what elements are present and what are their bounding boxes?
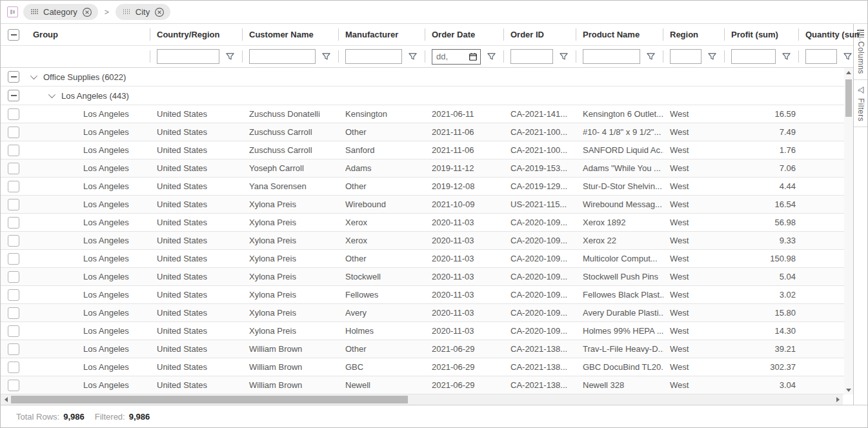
column-header-customer[interactable]: Customer Name: [243, 24, 339, 45]
row-checkbox[interactable]: [8, 145, 19, 156]
cell-orderId: US-2021-115...: [504, 196, 576, 213]
filter-input-profit[interactable]: [731, 49, 776, 64]
group-collapse-checkbox[interactable]: [8, 90, 19, 101]
drag-handle-icon[interactable]: [31, 9, 39, 15]
column-header-group[interactable]: Group: [26, 24, 150, 45]
cell-region: West: [663, 340, 725, 358]
cell-profit: 1.76: [725, 141, 799, 159]
scroll-right-icon[interactable]: [833, 397, 843, 402]
row-checkbox[interactable]: [8, 343, 19, 355]
table-row[interactable]: Los AngelesUnited StatesXylona PreisStoc…: [1, 268, 853, 286]
table-row[interactable]: Los AngelesUnited StatesZuschuss Carroll…: [1, 123, 853, 141]
table-row[interactable]: Los AngelesUnited StatesWilliam BrownNew…: [1, 376, 853, 394]
group-chip-city[interactable]: City: [116, 4, 170, 20]
cell-productName: Kensington 6 Outlet...: [576, 105, 663, 123]
filter-date-input-orderDate[interactable]: [432, 49, 481, 65]
horizontal-scroll-thumb[interactable]: [11, 396, 408, 403]
column-header-country[interactable]: Country/Region: [150, 24, 243, 45]
filtered-rows-value: 9,986: [129, 412, 150, 422]
cell-profit: 4.44: [725, 178, 799, 195]
row-checkbox[interactable]: [8, 163, 19, 174]
table-row[interactable]: Los AngelesUnited StatesWilliam BrownOth…: [1, 340, 853, 358]
row-checkbox[interactable]: [8, 181, 19, 192]
cell-group: Los Angeles: [26, 304, 150, 321]
table-row[interactable]: Los AngelesUnited StatesZuschuss Carroll…: [1, 141, 853, 159]
column-header-productName[interactable]: Product Name: [576, 24, 663, 45]
remove-group-icon[interactable]: [154, 7, 165, 17]
row-checkbox[interactable]: [8, 289, 19, 301]
collapse-all-checkbox[interactable]: [8, 29, 19, 41]
row-checkbox[interactable]: [8, 271, 19, 283]
table-row[interactable]: Los AngelesUnited StatesWilliam BrownGBC…: [1, 358, 853, 376]
filter-funnel-icon[interactable]: [707, 52, 717, 61]
cell-customer: Xylona Preis: [243, 214, 339, 231]
vertical-scrollbar[interactable]: [844, 68, 853, 394]
column-header-label: Quantity (sum): [805, 30, 860, 39]
table-row[interactable]: Los AngelesUnited StatesXylona PreisHolm…: [1, 322, 853, 340]
cell-region: West: [663, 196, 725, 213]
column-header-orderDate[interactable]: Order Date: [425, 24, 504, 45]
filter-input-productName[interactable]: [583, 49, 640, 64]
cell-productName: Stockwell Push Pins: [576, 268, 663, 285]
data-grid: GroupCountry/RegionCustomer NameManufact…: [1, 24, 853, 405]
table-row[interactable]: Los AngelesUnited StatesXylona PreisAver…: [1, 304, 853, 322]
cell-group: Los Angeles: [26, 358, 150, 376]
total-rows-label: Total Rows:: [16, 412, 59, 422]
scroll-up-icon[interactable]: [846, 68, 851, 77]
group-chip-category[interactable]: Category: [23, 4, 98, 20]
horizontal-scrollbar[interactable]: [1, 394, 853, 405]
row-checkbox[interactable]: [8, 199, 19, 210]
column-header-orderId[interactable]: Order ID: [504, 24, 576, 45]
filter-funnel-icon[interactable]: [321, 52, 331, 61]
filter-funnel-icon[interactable]: [559, 52, 569, 61]
filter-funnel-icon[interactable]: [782, 52, 791, 61]
filter-input-customer[interactable]: [249, 49, 316, 64]
cell-region: West: [663, 358, 725, 376]
row-checkbox[interactable]: [8, 307, 19, 319]
row-checkbox[interactable]: [8, 380, 19, 391]
group-row[interactable]: Office Supplies (6022): [1, 68, 853, 87]
table-row[interactable]: Los AngelesUnited StatesXylona PreisFell…: [1, 286, 853, 304]
group-row[interactable]: Los Angeles (443): [1, 87, 853, 105]
filter-input-country[interactable]: [157, 49, 219, 64]
tab-filters[interactable]: Filters: [854, 80, 867, 127]
filter-input-manufacturer[interactable]: [345, 49, 402, 64]
column-header-quantity[interactable]: Quantity (sum): [799, 24, 860, 45]
row-checkbox[interactable]: [8, 108, 19, 120]
table-row[interactable]: Los AngelesUnited StatesXylona PreisWire…: [1, 196, 853, 214]
table-row[interactable]: Los AngelesUnited StatesXylona PreisOthe…: [1, 250, 853, 268]
row-checkbox[interactable]: [8, 253, 19, 265]
filter-input-orderId[interactable]: [510, 49, 553, 64]
filter-funnel-icon[interactable]: [487, 52, 496, 61]
column-header-label: Order Date: [432, 30, 475, 39]
chevron-down-icon[interactable]: [48, 91, 56, 98]
drag-handle-icon[interactable]: [123, 9, 131, 15]
chevron-down-icon[interactable]: [30, 72, 37, 79]
table-row[interactable]: Los AngelesUnited StatesZuschuss Donatel…: [1, 105, 853, 123]
filter-funnel-icon[interactable]: [408, 52, 418, 61]
row-checkbox[interactable]: [8, 235, 19, 247]
table-row[interactable]: Los AngelesUnited StatesYoseph CarrollAd…: [1, 159, 853, 178]
scroll-left-icon[interactable]: [1, 397, 11, 402]
scroll-down-icon[interactable]: [846, 385, 851, 394]
row-checkbox[interactable]: [8, 325, 19, 337]
vertical-scroll-thumb[interactable]: [845, 79, 852, 117]
column-header-region[interactable]: Region: [663, 24, 725, 45]
row-checkbox[interactable]: [8, 127, 19, 138]
calendar-icon[interactable]: [469, 52, 478, 61]
filter-input-region[interactable]: [670, 49, 701, 64]
table-row[interactable]: Los AngelesUnited StatesXylona PreisXero…: [1, 214, 853, 232]
column-header-profit[interactable]: Profit (sum): [725, 24, 799, 45]
filter-input-quantity[interactable]: [805, 49, 837, 64]
filter-funnel-icon[interactable]: [646, 52, 656, 61]
column-header-manufacturer[interactable]: Manufacturer: [339, 24, 425, 45]
row-checkbox[interactable]: [8, 217, 19, 229]
remove-group-icon[interactable]: [82, 7, 92, 17]
group-collapse-checkbox[interactable]: [8, 71, 19, 83]
filter-funnel-icon[interactable]: [225, 52, 235, 61]
table-row[interactable]: Los AngelesUnited StatesXylona PreisXero…: [1, 232, 853, 250]
table-row[interactable]: Los AngelesUnited StatesYana SorensenOth…: [1, 178, 853, 196]
filter-funnel-icon[interactable]: [843, 52, 853, 61]
row-checkbox[interactable]: [8, 362, 19, 373]
date-input[interactable]: [436, 52, 466, 61]
